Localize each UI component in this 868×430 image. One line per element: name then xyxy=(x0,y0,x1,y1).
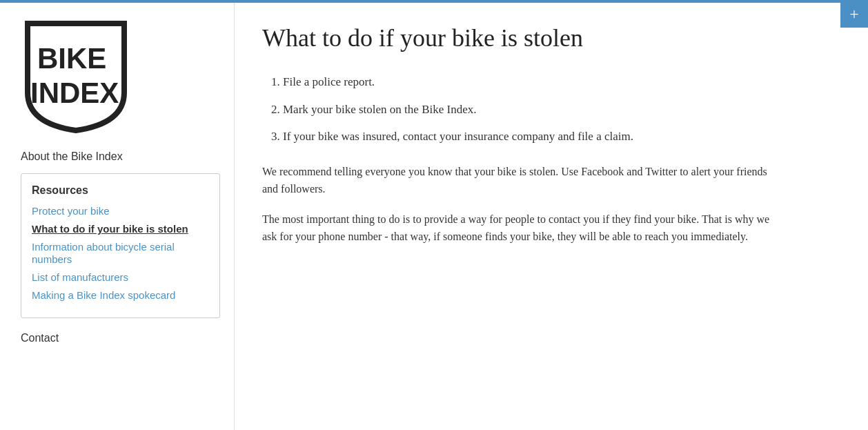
steps-list: File a police report. Mark your bike sto… xyxy=(262,73,773,146)
plus-button[interactable]: + xyxy=(840,0,868,28)
about-heading: About the Bike Index xyxy=(21,150,220,163)
nav-item-serial-numbers[interactable]: Information about bicycle serial numbers xyxy=(32,241,209,266)
nav-link-spokecard[interactable]: Making a Bike Index spokecard xyxy=(32,289,175,301)
resources-nav: Protect your bike What to do if your bik… xyxy=(32,205,209,302)
step-3: If your bike was insured, contact your i… xyxy=(283,128,773,146)
nav-item-what-to-do[interactable]: What to do if your bike is stolen xyxy=(32,223,209,235)
step-1: File a police report. xyxy=(283,73,773,91)
page-title: What to do if your bike is stolen xyxy=(262,23,773,52)
svg-text:BIKE: BIKE xyxy=(37,42,106,75)
paragraph-2: The most important thing to do is to pro… xyxy=(262,211,773,246)
logo-container: BIKE INDEX xyxy=(21,17,220,137)
contact-heading: Contact xyxy=(21,332,220,344)
step-2: Mark your bike stolen on the Bike Index. xyxy=(283,101,773,119)
nav-item-manufacturers[interactable]: List of manufacturers xyxy=(32,271,209,284)
sidebar: BIKE INDEX About the Bike Index Resource… xyxy=(0,3,235,430)
resources-title: Resources xyxy=(32,184,209,197)
nav-item-protect-bike[interactable]: Protect your bike xyxy=(32,205,209,217)
main-content: What to do if your bike is stolen File a… xyxy=(235,3,800,430)
nav-item-spokecard[interactable]: Making a Bike Index spokecard xyxy=(32,289,209,302)
nav-link-what-to-do[interactable]: What to do if your bike is stolen xyxy=(32,223,188,235)
nav-link-protect-bike[interactable]: Protect your bike xyxy=(32,205,110,217)
bike-index-logo: BIKE INDEX xyxy=(21,17,131,134)
paragraph-1: We recommend telling everyone you know t… xyxy=(262,163,773,198)
nav-link-manufacturers[interactable]: List of manufacturers xyxy=(32,271,128,283)
svg-text:INDEX: INDEX xyxy=(30,77,119,109)
resources-box: Resources Protect your bike What to do i… xyxy=(21,173,220,318)
nav-link-serial-numbers[interactable]: Information about bicycle serial numbers xyxy=(32,241,175,265)
